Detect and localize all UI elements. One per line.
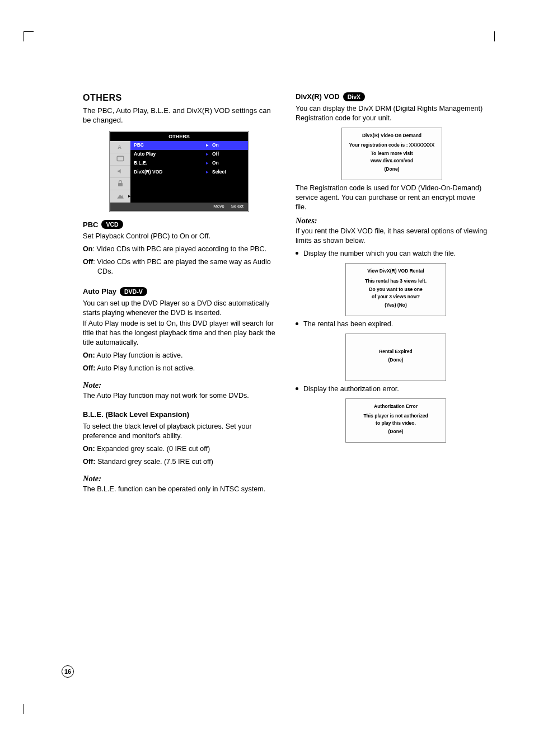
dialog-rental-q1: Do you want to use one [349, 287, 442, 293]
lock-tab-icon [110, 178, 130, 190]
osd-menu-footer: Move Select [110, 203, 248, 211]
pbc-off-line: Off: Video CDs with PBC are played the s… [83, 257, 275, 276]
dialog-registration-code: Your registration code is : XXXXXXXX [345, 142, 438, 148]
others-intro: The PBC, Auto Play, B.L.E. and DivX(R) V… [83, 106, 275, 125]
autoplay-heading: Auto Play [83, 287, 116, 297]
autoplay-note-heading: Note: [83, 380, 275, 391]
crop-mark-top-left [24, 31, 34, 41]
divxvod-notes-heading: Notes: [296, 215, 488, 227]
svg-text:A: A [118, 144, 121, 150]
ble-heading: B.L.E. (Black Level Expansion) [83, 410, 275, 420]
section-heading-others: OTHERS [83, 92, 275, 104]
osd-menu-others: OTHERS A PBC▸On Auto Play▸Off [109, 131, 249, 212]
pbc-heading: PBC [83, 220, 98, 230]
display-tab-icon [110, 153, 130, 166]
osd-row-ble: B.L.E.▸On [130, 159, 248, 168]
crop-mark-bottom-left [24, 704, 34, 714]
divxvod-p1: You can display the DivX DRM (Digital Ri… [296, 104, 488, 123]
dialog-rental-views: View DivX(R) VOD Rental This rental has … [345, 263, 446, 316]
ble-desc: To select the black level of playback pi… [83, 422, 275, 441]
osd-footer-move: Move [213, 204, 224, 210]
ble-off-line: Off: Standard grey scale. (7.5 IRE cut o… [83, 457, 275, 467]
osd-row-autoplay: Auto Play▸Off [130, 150, 248, 159]
language-tab-icon: A [110, 141, 130, 153]
dialog-registration-done: (Done) [345, 166, 438, 172]
osd-menu-tabs: A [110, 141, 130, 203]
bullet-expired: The rental has been expired. Rental Expi… [296, 320, 488, 381]
dvdv-badge: DVD-V [120, 287, 147, 296]
osd-menu-title: OTHERS [168, 133, 190, 140]
audio-tab-icon [110, 166, 130, 178]
ble-note: The B.L.E. function can be operated only… [83, 485, 275, 494]
pbc-desc: Set Playback Control (PBC) to On or Off. [83, 232, 275, 241]
ble-on-line: On: Expanded grey scale. (0 IRE cut off) [83, 444, 275, 454]
dialog-auth-l2: to play this video. [349, 420, 442, 426]
dialog-rental-title: View DivX(R) VOD Rental [349, 268, 442, 274]
autoplay-p2: If Auto Play mode is set to On, this DVD… [83, 319, 275, 348]
others-tab-icon [110, 190, 130, 203]
bullet-auth-error: Display the authorization error. Authori… [296, 384, 488, 443]
osd-row-pbc: PBC▸On [130, 141, 248, 150]
dialog-auth-done: (Done) [349, 429, 442, 435]
dialog-expired: Rental Expired (Done) [345, 334, 446, 381]
bullet-views-left: Display the number which you can watch t… [296, 249, 488, 316]
vcd-badge: VCD [101, 220, 123, 229]
right-column: DivX(R) VOD DivX You can display the Div… [296, 92, 488, 494]
autoplay-note: The Auto Play function may not work for … [83, 391, 275, 401]
dialog-rental-q2: of your 3 views now? [349, 294, 442, 300]
dialog-rental-yesno: (Yes) (No) [349, 302, 442, 308]
pbc-on-line: On: Video CDs with PBC are played accord… [83, 245, 275, 254]
svg-rect-2 [118, 183, 123, 186]
divxvod-heading: DivX(R) VOD [296, 92, 340, 102]
dialog-registration: DivX(R) Video On Demand Your registratio… [341, 128, 442, 180]
dialog-auth-l1: This player is not authorized [349, 413, 442, 419]
osd-row-divxvod: DivX(R) VOD▸Select [130, 168, 248, 177]
dialog-registration-learn2: www.divx.com/vod [345, 158, 438, 164]
dialog-expired-title: Rental Expired [349, 349, 442, 355]
page-number: 16 [62, 665, 74, 678]
dialog-registration-learn1: To learn more visit [345, 151, 438, 157]
divxvod-notes-intro: If you rent the DivX VOD file, it has se… [296, 227, 488, 246]
autoplay-off-line: Off: Auto Play function is not active. [83, 364, 275, 373]
ble-note-heading: Note: [83, 473, 275, 485]
osd-menu-rows: PBC▸On Auto Play▸Off B.L.E.▸On DivX(R) V… [130, 141, 248, 203]
svg-rect-1 [117, 157, 124, 161]
osd-footer-select: Select [231, 204, 243, 210]
dialog-registration-title: DivX(R) Video On Demand [345, 133, 438, 139]
divx-badge: DivX [343, 92, 365, 101]
autoplay-p1: You can set up the DVD Player so a DVD d… [83, 299, 275, 318]
dialog-expired-done: (Done) [349, 357, 442, 363]
divxvod-p2: The Registration code is used for VOD (V… [296, 184, 488, 212]
autoplay-on-line: On: Auto Play function is active. [83, 351, 275, 360]
dialog-auth-title: Authorization Error [349, 403, 442, 410]
left-column: OTHERS The PBC, Auto Play, B.L.E. and Di… [83, 92, 275, 494]
dialog-auth-error: Authorization Error This player is not a… [345, 398, 446, 443]
crop-mark-top-right [485, 31, 495, 41]
page-content: OTHERS The PBC, Auto Play, B.L.E. and Di… [83, 92, 488, 494]
dialog-rental-left: This rental has 3 views left. [349, 278, 442, 284]
